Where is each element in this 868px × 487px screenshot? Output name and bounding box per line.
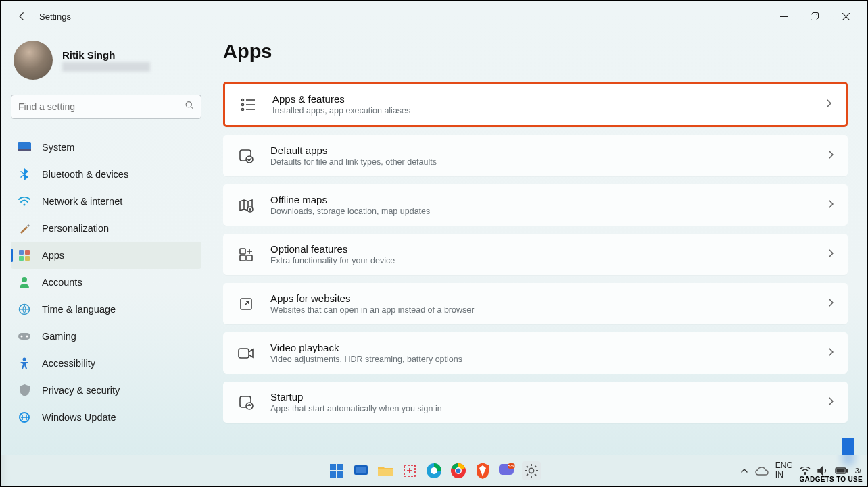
settings-taskbar-icon[interactable] bbox=[522, 461, 541, 480]
taskview-button[interactable] bbox=[352, 461, 370, 480]
sidebar-item-network[interactable]: Network & internet bbox=[11, 188, 201, 215]
back-button[interactable] bbox=[14, 8, 30, 24]
optional-features-icon bbox=[237, 245, 256, 264]
svg-point-27 bbox=[246, 156, 253, 163]
main-area: Apps Apps & features Installed apps, app… bbox=[211, 31, 867, 455]
card-subtitle: Video adjustments, HDR streaming, batter… bbox=[270, 355, 827, 364]
paintbrush-icon bbox=[18, 222, 31, 235]
card-apps-websites[interactable]: Apps for websites Websites that can open… bbox=[223, 283, 848, 324]
chevron-right-icon bbox=[827, 150, 834, 162]
watermark: GADGETS TO USE bbox=[800, 476, 863, 483]
battery-tray-icon[interactable] bbox=[835, 467, 848, 475]
card-default-apps[interactable]: Default apps Defaults for file and link … bbox=[223, 135, 848, 176]
svg-rect-65 bbox=[837, 469, 844, 472]
close-button[interactable] bbox=[830, 5, 861, 27]
nav-label: Time & language bbox=[42, 304, 116, 315]
profile-email-blurred bbox=[62, 62, 150, 72]
sidebar-item-bluetooth[interactable]: Bluetooth & devices bbox=[11, 161, 201, 188]
apps-icon bbox=[18, 249, 31, 262]
brave-icon[interactable] bbox=[473, 461, 492, 480]
person-icon bbox=[18, 276, 31, 289]
nav-label: Accounts bbox=[42, 277, 82, 288]
nav-list: System Bluetooth & devices Network & int… bbox=[11, 134, 201, 431]
maximize-button[interactable] bbox=[799, 5, 830, 27]
lang-top: ENG bbox=[775, 461, 793, 470]
svg-rect-33 bbox=[240, 249, 245, 254]
nav-label: Accessibility bbox=[42, 358, 95, 369]
card-title: Apps for websites bbox=[270, 292, 827, 304]
sidebar-item-accessibility[interactable]: Accessibility bbox=[11, 350, 201, 377]
card-title: Startup bbox=[270, 391, 827, 403]
svg-rect-34 bbox=[240, 255, 245, 261]
volume-tray-icon[interactable] bbox=[817, 466, 828, 476]
explorer-icon[interactable] bbox=[376, 461, 395, 480]
nav-label: Bluetooth & devices bbox=[42, 169, 128, 180]
sidebar-item-privacy[interactable]: Privacy & security bbox=[11, 377, 201, 404]
card-video-playback[interactable]: Video playback Video adjustments, HDR st… bbox=[223, 332, 848, 374]
chat-icon[interactable]: 539 bbox=[498, 461, 516, 480]
snip-icon[interactable] bbox=[400, 461, 419, 480]
card-subtitle: Websites that can open in an app instead… bbox=[270, 305, 827, 315]
search-wrap bbox=[11, 95, 201, 119]
card-offline-maps[interactable]: Offline maps Downloads, storage location… bbox=[223, 184, 848, 226]
profile-block[interactable]: Ritik Singh bbox=[11, 41, 201, 80]
card-title: Default apps bbox=[270, 145, 827, 156]
svg-rect-46 bbox=[337, 471, 343, 478]
card-subtitle: Defaults for file and link types, other … bbox=[270, 157, 827, 167]
nav-label: Apps bbox=[42, 250, 64, 261]
svg-point-24 bbox=[242, 108, 244, 110]
svg-rect-64 bbox=[846, 469, 848, 472]
svg-rect-43 bbox=[330, 464, 336, 470]
svg-rect-39 bbox=[239, 349, 249, 358]
sidebar-item-accounts[interactable]: Accounts bbox=[11, 269, 201, 296]
shield-icon bbox=[18, 384, 31, 397]
chevron-right-icon bbox=[827, 298, 834, 310]
svg-point-7 bbox=[23, 203, 25, 205]
svg-point-62 bbox=[804, 472, 806, 474]
sidebar-item-system[interactable]: System bbox=[11, 134, 201, 161]
external-link-icon bbox=[237, 294, 256, 313]
sidebar-item-time[interactable]: Time & language bbox=[11, 296, 201, 323]
tray-chevron-icon[interactable] bbox=[740, 467, 748, 474]
nav-label: Network & internet bbox=[42, 196, 122, 207]
minimize-button[interactable] bbox=[768, 5, 799, 27]
chevron-right-icon bbox=[827, 396, 834, 409]
svg-rect-49 bbox=[378, 469, 393, 476]
svg-rect-45 bbox=[330, 471, 336, 478]
nav-label: Windows Update bbox=[42, 412, 116, 423]
card-title: Apps & features bbox=[272, 93, 825, 105]
sidebar-item-gaming[interactable]: Gaming bbox=[11, 323, 201, 350]
svg-rect-8 bbox=[19, 250, 24, 255]
sidebar-item-apps[interactable]: Apps bbox=[11, 242, 201, 269]
sidebar-item-personalization[interactable]: Personalization bbox=[11, 215, 201, 242]
card-title: Optional features bbox=[270, 243, 827, 255]
globe-clock-icon bbox=[18, 303, 31, 316]
card-apps-features[interactable]: Apps & features Installed apps, app exec… bbox=[223, 82, 848, 127]
search-input[interactable] bbox=[11, 95, 201, 119]
chrome-icon[interactable] bbox=[449, 461, 468, 480]
svg-rect-11 bbox=[25, 256, 30, 261]
page-title: Apps bbox=[223, 41, 848, 63]
lang-bottom: IN bbox=[775, 471, 793, 480]
svg-rect-48 bbox=[356, 467, 366, 473]
sidebar-item-update[interactable]: Windows Update bbox=[11, 404, 201, 431]
wifi-tray-icon[interactable] bbox=[800, 467, 811, 475]
onedrive-icon[interactable] bbox=[755, 466, 769, 476]
card-optional-features[interactable]: Optional features Extra functionality fo… bbox=[223, 234, 848, 275]
svg-rect-10 bbox=[19, 256, 24, 261]
tray-time[interactable]: 3/ bbox=[855, 467, 861, 475]
svg-point-57 bbox=[456, 468, 461, 473]
card-startup[interactable]: Startup Apps that start automatically wh… bbox=[223, 382, 848, 423]
edge-icon[interactable] bbox=[425, 461, 443, 480]
search-icon bbox=[185, 101, 195, 113]
sidebar: Ritik Singh System Bluetooth & devices N… bbox=[1, 31, 211, 455]
card-title: Offline maps bbox=[270, 194, 827, 205]
card-subtitle: Installed apps, app execution aliases bbox=[272, 106, 825, 116]
start-button[interactable] bbox=[327, 461, 346, 480]
svg-point-16 bbox=[21, 336, 23, 338]
svg-line-4 bbox=[191, 107, 193, 109]
svg-rect-2 bbox=[811, 14, 817, 20]
language-indicator[interactable]: ENG IN bbox=[775, 461, 793, 479]
default-apps-icon bbox=[237, 147, 256, 165]
profile-name: Ritik Singh bbox=[62, 49, 150, 61]
